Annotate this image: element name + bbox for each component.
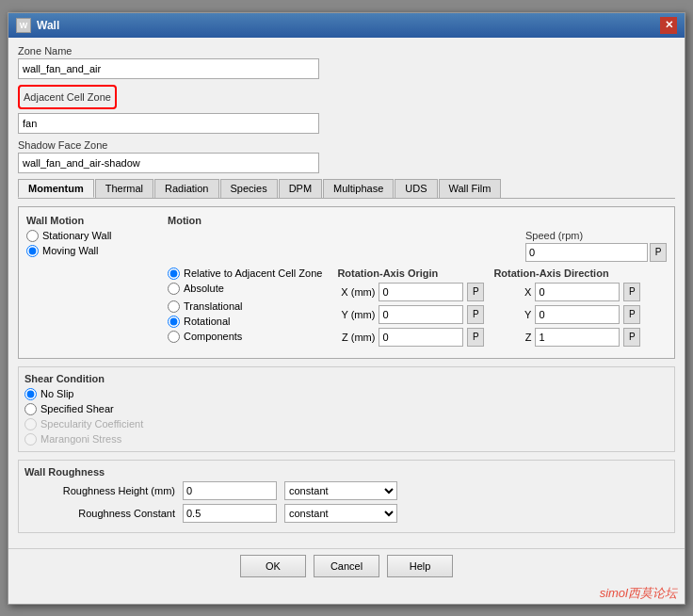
- motion-title: Motion: [168, 215, 667, 226]
- zone-name-input[interactable]: [18, 58, 319, 79]
- roughness-height-label: Roughness Height (mm): [24, 485, 175, 496]
- origin-y-p-button[interactable]: P: [467, 305, 484, 324]
- adjacent-cell-zone-input[interactable]: [18, 113, 319, 134]
- dir-y-label: Y: [493, 309, 531, 320]
- reference-type-group: Relative to Adjacent Cell Zone Absolute: [168, 267, 322, 343]
- wall-dialog: W Wall ✕ Zone Name Adjacent Cell Zone Sh…: [8, 12, 685, 605]
- roughness-constant-dropdown[interactable]: constant expression profile: [284, 504, 397, 523]
- moving-wall-label: Moving Wall: [42, 245, 99, 256]
- speed-label: Speed (rpm): [525, 230, 667, 241]
- roughness-height-input[interactable]: [183, 481, 277, 500]
- components-radio[interactable]: [168, 331, 180, 343]
- moving-wall-option[interactable]: Moving Wall: [26, 245, 158, 257]
- translational-option[interactable]: Translational: [168, 300, 322, 313]
- tab-momentum[interactable]: Momentum: [18, 179, 94, 198]
- components-label: Components: [184, 331, 242, 342]
- origin-x-input[interactable]: [379, 283, 463, 301]
- shadow-face-zone-group: Shadow Face Zone: [18, 139, 675, 173]
- tab-multiphase[interactable]: Multiphase: [323, 179, 394, 198]
- dir-z-input[interactable]: [535, 328, 620, 347]
- roughness-constant-row: Roughness Constant constant expression p…: [24, 504, 669, 523]
- no-slip-radio[interactable]: [24, 388, 37, 400]
- cancel-button[interactable]: Cancel: [314, 555, 379, 577]
- moving-wall-radio[interactable]: [26, 245, 39, 257]
- origin-y-label: Y (mm): [337, 309, 375, 320]
- dialog-content: Zone Name Adjacent Cell Zone Shadow Face…: [8, 38, 685, 548]
- speed-input[interactable]: [525, 243, 648, 262]
- marangoni-radio: [24, 433, 37, 446]
- watermark: simol西莫论坛: [8, 583, 685, 604]
- stationary-wall-radio[interactable]: [26, 230, 39, 242]
- ok-button[interactable]: OK: [240, 555, 306, 577]
- adjacent-cell-zone-label-box: Adjacent Cell Zone: [18, 85, 117, 109]
- dir-y-input[interactable]: [535, 305, 620, 324]
- dir-z-row: Z P: [493, 328, 640, 347]
- shear-condition-radios: No Slip Specified Shear Specularity Coef…: [24, 388, 669, 446]
- dir-z-label: Z: [493, 332, 531, 343]
- dir-x-p-button[interactable]: P: [623, 283, 640, 301]
- shear-condition-title: Shear Condition: [24, 373, 669, 384]
- rotational-radio[interactable]: [168, 316, 180, 328]
- absolute-radio[interactable]: [168, 283, 180, 295]
- dir-y-p-button[interactable]: P: [623, 305, 640, 324]
- close-button[interactable]: ✕: [660, 17, 677, 34]
- tab-wall-film[interactable]: Wall Film: [439, 179, 502, 198]
- dir-z-p-button[interactable]: P: [623, 328, 640, 347]
- specularity-label: Specularity Coefficient: [40, 418, 143, 430]
- no-slip-label: No Slip: [40, 388, 73, 399]
- motion-type-radios: Translational Rotational Components: [168, 300, 322, 343]
- rotation-direction-title: Rotation-Axis Direction: [493, 267, 640, 279]
- specified-shear-option[interactable]: Specified Shear: [24, 403, 669, 415]
- no-slip-option[interactable]: No Slip: [24, 388, 669, 400]
- dir-x-row: X P: [493, 283, 640, 301]
- dir-x-input[interactable]: [535, 283, 620, 301]
- dir-x-label: X: [493, 286, 531, 298]
- wall-motion-motion-row: Wall Motion Stationary Wall Moving Wall: [26, 215, 667, 350]
- wall-motion-section: Wall Motion Stationary Wall Moving Wall: [26, 215, 158, 350]
- tabs-container: Momentum Thermal Radiation Species DPM M…: [18, 179, 675, 199]
- rotation-origin-title: Rotation-Axis Origin: [337, 267, 484, 279]
- wall-roughness-section: Wall Roughness Roughness Height (mm) con…: [18, 460, 675, 533]
- relative-radio[interactable]: [168, 267, 180, 280]
- origin-x-label: X (mm): [337, 286, 375, 298]
- absolute-label: Absolute: [184, 283, 224, 294]
- zone-name-group: Zone Name: [18, 45, 675, 79]
- marangoni-label: Marangoni Stress: [40, 433, 121, 445]
- translational-radio[interactable]: [168, 300, 180, 313]
- translational-label: Translational: [184, 300, 243, 312]
- speed-p-button[interactable]: P: [650, 243, 667, 262]
- stationary-wall-option[interactable]: Stationary Wall: [26, 230, 158, 242]
- origin-x-p-button[interactable]: P: [467, 283, 484, 301]
- tab-species[interactable]: Species: [220, 179, 278, 198]
- roughness-constant-input[interactable]: [183, 504, 277, 523]
- shadow-face-zone-input[interactable]: [18, 153, 319, 173]
- absolute-option[interactable]: Absolute: [168, 283, 322, 295]
- origin-x-row: X (mm) P: [337, 283, 484, 301]
- origin-y-row: Y (mm) P: [337, 305, 484, 324]
- components-option[interactable]: Components: [168, 331, 322, 343]
- wall-roughness-title: Wall Roughness: [24, 466, 669, 478]
- specified-shear-radio[interactable]: [24, 403, 37, 415]
- origin-y-input[interactable]: [379, 305, 463, 324]
- roughness-height-dropdown[interactable]: constant expression profile: [284, 481, 397, 500]
- relative-option[interactable]: Relative to Adjacent Cell Zone: [168, 267, 322, 280]
- reference-radios: Relative to Adjacent Cell Zone Absolute: [168, 267, 322, 295]
- title-bar: W Wall ✕: [8, 13, 685, 38]
- relative-label: Relative to Adjacent Cell Zone: [184, 267, 322, 279]
- roughness-constant-label: Roughness Constant: [24, 508, 175, 519]
- tab-thermal[interactable]: Thermal: [95, 179, 153, 198]
- marangoni-option: Marangoni Stress: [24, 433, 669, 446]
- main-panel: Wall Motion Stationary Wall Moving Wall: [18, 206, 675, 359]
- rotational-option[interactable]: Rotational: [168, 316, 322, 328]
- dir-y-row: Y P: [493, 305, 640, 324]
- adjacent-cell-zone-label: Adjacent Cell Zone: [24, 91, 111, 103]
- tab-dpm[interactable]: DPM: [279, 179, 322, 198]
- help-button[interactable]: Help: [387, 555, 453, 577]
- window-title: Wall: [37, 19, 59, 32]
- origin-z-row: Z (mm) P: [337, 328, 484, 347]
- tab-uds[interactable]: UDS: [395, 179, 437, 198]
- origin-z-input[interactable]: [379, 328, 463, 347]
- tab-radiation[interactable]: Radiation: [154, 179, 218, 198]
- window-icon: W: [16, 18, 31, 33]
- origin-z-p-button[interactable]: P: [467, 328, 484, 347]
